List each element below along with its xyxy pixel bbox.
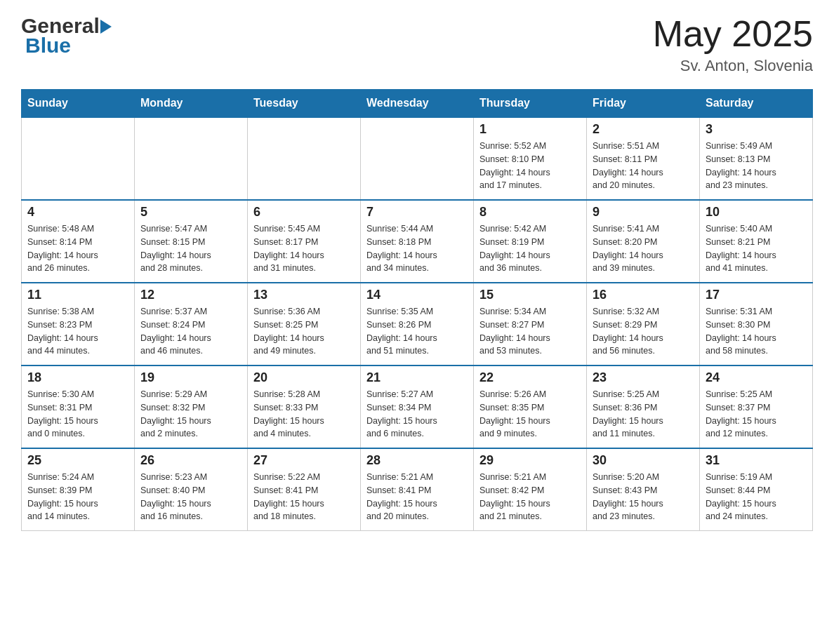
day-info: Sunrise: 5:52 AMSunset: 8:10 PMDaylight:… [479,140,581,192]
day-info: Sunrise: 5:20 AMSunset: 8:43 PMDaylight:… [593,471,694,523]
day-number: 4 [27,205,128,220]
day-number: 5 [140,205,241,220]
day-number: 13 [253,288,355,302]
col-friday: Friday [587,90,700,118]
logo-triangle-icon [100,20,112,34]
table-row: 22Sunrise: 5:26 AMSunset: 8:35 PMDayligh… [474,365,587,448]
day-info: Sunrise: 5:34 AMSunset: 8:27 PMDaylight:… [479,305,581,358]
day-number: 12 [140,288,241,302]
table-row: 13Sunrise: 5:36 AMSunset: 8:25 PMDayligh… [248,283,361,365]
day-info: Sunrise: 5:51 AMSunset: 8:11 PMDaylight:… [593,140,694,192]
table-row: 4Sunrise: 5:48 AMSunset: 8:14 PMDaylight… [22,200,135,283]
day-number: 1 [479,122,581,137]
calendar-table: Sunday Monday Tuesday Wednesday Thursday… [21,89,813,531]
day-number: 27 [253,453,355,468]
day-info: Sunrise: 5:24 AMSunset: 8:39 PMDaylight:… [27,471,128,523]
table-row: 10Sunrise: 5:40 AMSunset: 8:21 PMDayligh… [700,200,813,283]
day-info: Sunrise: 5:35 AMSunset: 8:26 PMDaylight:… [366,305,468,358]
day-number: 17 [706,288,807,302]
day-number: 10 [706,205,807,220]
month-title: May 2025 [653,14,813,54]
table-row: 30Sunrise: 5:20 AMSunset: 8:43 PMDayligh… [587,448,700,531]
day-info: Sunrise: 5:25 AMSunset: 8:37 PMDaylight:… [706,388,807,441]
logo: General Blue [21,14,112,58]
day-number: 6 [253,205,355,220]
table-row: 14Sunrise: 5:35 AMSunset: 8:26 PMDayligh… [361,283,474,365]
day-info: Sunrise: 5:48 AMSunset: 8:14 PMDaylight:… [27,222,128,275]
day-info: Sunrise: 5:44 AMSunset: 8:18 PMDaylight:… [366,222,468,275]
table-row: 5Sunrise: 5:47 AMSunset: 8:15 PMDaylight… [135,200,248,283]
day-info: Sunrise: 5:21 AMSunset: 8:41 PMDaylight:… [366,471,468,523]
table-row: 8Sunrise: 5:42 AMSunset: 8:19 PMDaylight… [474,200,587,283]
day-number: 29 [479,453,581,468]
day-number: 30 [593,453,694,468]
col-monday: Monday [135,90,248,118]
day-info: Sunrise: 5:21 AMSunset: 8:42 PMDaylight:… [479,471,581,523]
day-number: 24 [706,370,807,385]
day-number: 19 [140,370,241,385]
day-info: Sunrise: 5:22 AMSunset: 8:41 PMDaylight:… [253,471,355,523]
day-number: 2 [593,122,694,137]
day-number: 23 [593,370,694,385]
table-row: 24Sunrise: 5:25 AMSunset: 8:37 PMDayligh… [700,365,813,448]
col-saturday: Saturday [700,90,813,118]
table-row: 23Sunrise: 5:25 AMSunset: 8:36 PMDayligh… [587,365,700,448]
table-row: 3Sunrise: 5:49 AMSunset: 8:13 PMDaylight… [700,117,813,200]
day-info: Sunrise: 5:38 AMSunset: 8:23 PMDaylight:… [27,305,128,358]
table-row: 6Sunrise: 5:45 AMSunset: 8:17 PMDaylight… [248,200,361,283]
table-row: 1Sunrise: 5:52 AMSunset: 8:10 PMDaylight… [474,117,587,200]
calendar-week-row: 18Sunrise: 5:30 AMSunset: 8:31 PMDayligh… [22,365,813,448]
day-info: Sunrise: 5:25 AMSunset: 8:36 PMDaylight:… [593,388,694,441]
calendar-week-row: 4Sunrise: 5:48 AMSunset: 8:14 PMDaylight… [22,200,813,283]
day-info: Sunrise: 5:36 AMSunset: 8:25 PMDaylight:… [253,305,355,358]
logo-blue-text: Blue [21,34,112,58]
day-number: 31 [706,453,807,468]
table-row: 25Sunrise: 5:24 AMSunset: 8:39 PMDayligh… [22,448,135,531]
day-number: 11 [27,288,128,302]
table-row: 7Sunrise: 5:44 AMSunset: 8:18 PMDaylight… [361,200,474,283]
table-row [361,117,474,200]
table-row: 15Sunrise: 5:34 AMSunset: 8:27 PMDayligh… [474,283,587,365]
table-row: 21Sunrise: 5:27 AMSunset: 8:34 PMDayligh… [361,365,474,448]
day-number: 7 [366,205,468,220]
day-info: Sunrise: 5:28 AMSunset: 8:33 PMDaylight:… [253,388,355,441]
day-info: Sunrise: 5:27 AMSunset: 8:34 PMDaylight:… [366,388,468,441]
day-info: Sunrise: 5:49 AMSunset: 8:13 PMDaylight:… [706,140,807,192]
day-info: Sunrise: 5:26 AMSunset: 8:35 PMDaylight:… [479,388,581,441]
col-tuesday: Tuesday [248,90,361,118]
day-number: 26 [140,453,241,468]
table-row [135,117,248,200]
day-number: 21 [366,370,468,385]
day-info: Sunrise: 5:29 AMSunset: 8:32 PMDaylight:… [140,388,241,441]
table-row [248,117,361,200]
table-row: 28Sunrise: 5:21 AMSunset: 8:41 PMDayligh… [361,448,474,531]
table-row: 18Sunrise: 5:30 AMSunset: 8:31 PMDayligh… [22,365,135,448]
table-row: 20Sunrise: 5:28 AMSunset: 8:33 PMDayligh… [248,365,361,448]
day-info: Sunrise: 5:47 AMSunset: 8:15 PMDaylight:… [140,222,241,275]
table-row: 29Sunrise: 5:21 AMSunset: 8:42 PMDayligh… [474,448,587,531]
col-sunday: Sunday [22,90,135,118]
day-info: Sunrise: 5:19 AMSunset: 8:44 PMDaylight:… [706,471,807,523]
day-info: Sunrise: 5:41 AMSunset: 8:20 PMDaylight:… [593,222,694,275]
day-info: Sunrise: 5:42 AMSunset: 8:19 PMDaylight:… [479,222,581,275]
day-number: 28 [366,453,468,468]
table-row: 26Sunrise: 5:23 AMSunset: 8:40 PMDayligh… [135,448,248,531]
calendar-week-row: 11Sunrise: 5:38 AMSunset: 8:23 PMDayligh… [22,283,813,365]
page-header: General Blue May 2025 Sv. Anton, Sloveni… [21,14,813,75]
day-info: Sunrise: 5:40 AMSunset: 8:21 PMDaylight:… [706,222,807,275]
day-number: 18 [27,370,128,385]
location-title: Sv. Anton, Slovenia [653,57,813,75]
day-number: 9 [593,205,694,220]
col-thursday: Thursday [474,90,587,118]
day-info: Sunrise: 5:37 AMSunset: 8:24 PMDaylight:… [140,305,241,358]
title-block: May 2025 Sv. Anton, Slovenia [653,14,813,75]
day-info: Sunrise: 5:32 AMSunset: 8:29 PMDaylight:… [593,305,694,358]
day-number: 25 [27,453,128,468]
day-number: 14 [366,288,468,302]
table-row: 31Sunrise: 5:19 AMSunset: 8:44 PMDayligh… [700,448,813,531]
calendar-week-row: 25Sunrise: 5:24 AMSunset: 8:39 PMDayligh… [22,448,813,531]
table-row: 16Sunrise: 5:32 AMSunset: 8:29 PMDayligh… [587,283,700,365]
day-info: Sunrise: 5:23 AMSunset: 8:40 PMDaylight:… [140,471,241,523]
day-number: 20 [253,370,355,385]
table-row: 9Sunrise: 5:41 AMSunset: 8:20 PMDaylight… [587,200,700,283]
